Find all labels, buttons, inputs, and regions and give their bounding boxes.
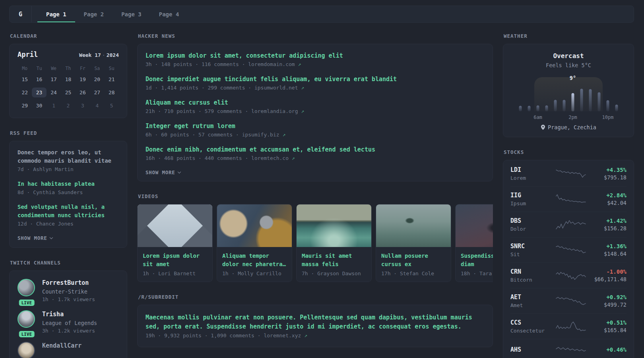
hn-item-title[interactable]: Donec enim nibh, condimentum et accumsan… [145, 145, 485, 154]
channel-game[interactable]: League of Legends [42, 319, 97, 327]
hacker-news-section: HACKER NEWS Lorem ipsum dolor sit amet, … [137, 33, 493, 181]
hn-item-title[interactable]: Donec imperdiet augue tincidunt felis al… [145, 75, 485, 84]
stock-change: +4.35% [588, 167, 627, 173]
stock-name: Lorem [510, 175, 553, 181]
sparkline [553, 218, 588, 230]
twitch-channel-row[interactable]: KendallCarr [17, 342, 119, 358]
stock-row[interactable]: AETAmet +0.92%$499.72 [510, 288, 627, 313]
video-thumbnail[interactable] [376, 204, 451, 247]
weather-condition: Overcast [511, 52, 626, 60]
hn-item: Donec enim nibh, condimentum et accumsan… [145, 145, 485, 162]
rss-section: RSS FEED Donec tempor eros leo, ut commo… [9, 130, 127, 248]
hn-item-title[interactable]: Aliquam nec cursus elit [145, 98, 485, 107]
sparkline [553, 295, 588, 307]
stock-row[interactable]: IIGIpsum +2.84%$42.04 [510, 186, 627, 212]
video-meta: 17h · Stefan Cole [381, 270, 446, 276]
video-thumbnail[interactable] [297, 204, 371, 247]
hn-show-more-button[interactable]: SHOW MORE [145, 169, 180, 175]
stock-row[interactable]: CRNBitcorn -1.00%$66,171.48 [510, 263, 627, 288]
hacker-news-widget: Lorem ipsum dolor sit amet, consectetur … [137, 44, 493, 181]
stock-row[interactable]: SNRCSit +1.36%$148.64 [510, 237, 627, 263]
external-link-icon[interactable]: ↗ [292, 155, 295, 161]
tab-page-2[interactable]: Page 2 [75, 6, 113, 22]
channel-avatar-image [17, 279, 35, 296]
tab-page-1[interactable]: Page 1 [37, 6, 75, 22]
weekday-label: Fr [76, 66, 90, 71]
video-title[interactable]: Mauris sit amet massa felis [302, 252, 366, 268]
stock-ticker: DBS [510, 217, 553, 225]
tab-page-3[interactable]: Page 3 [113, 6, 150, 22]
right-column: WEATHER Overcast Feels like 5°C [503, 33, 634, 358]
stock-row[interactable]: AHS +0.46% [510, 339, 627, 358]
current-temperature-label: 9° [570, 75, 576, 81]
stock-row[interactable]: CCSConsectetur +0.51%$165.84 [510, 313, 627, 339]
reddit-post-meta: 19h · 9,932 points · 1,090 comments · lo… [145, 331, 485, 340]
calendar-week-label: Week 17 [79, 52, 101, 58]
stock-row[interactable]: LDILorem +4.35%$795.18 [510, 161, 627, 186]
subreddit-section: /R/SUBREDDIT Maecenas mollis pulvinar er… [137, 294, 493, 347]
twitch-section: TWITCH CHANNELS LIVE ForrestBurton Count… [9, 260, 127, 358]
video-title[interactable]: Suspendisse diam [461, 252, 493, 268]
channel-game[interactable]: Counter-Strike [42, 288, 95, 296]
video-card[interactable]: Mauris sit amet massa felis 7h · Grayson… [296, 204, 372, 282]
video-thumbnail[interactable] [138, 204, 212, 247]
video-title[interactable]: Aliquam tempor dolor nec pharetra… [222, 252, 287, 268]
top-nav: G Page 1 Page 2 Page 3 Page 4 [9, 6, 634, 23]
stock-row[interactable]: DBSDolor +1.42%$156.28 [510, 212, 627, 237]
chevron-down-icon [178, 170, 181, 173]
twitch-channel-row[interactable]: LIVE ForrestBurton Counter-Strike 1h · 1… [17, 279, 119, 303]
external-link-icon[interactable]: ↗ [298, 61, 301, 67]
reddit-post-title[interactable]: Maecenas mollis pulvinar erat non posuer… [145, 313, 485, 331]
rss-item-title[interactable]: Donec tempor eros leo, ut commodo mauris… [17, 148, 119, 165]
app-logo[interactable]: G [10, 6, 32, 22]
stock-price: $165.84 [588, 327, 627, 333]
video-meta: 1h · Lori Barnett [143, 270, 207, 276]
hn-item-title[interactable]: Integer eget rutrum lorem [145, 122, 485, 130]
video-card[interactable]: Aliquam tempor dolor nec pharetra… 1h · … [217, 204, 292, 282]
video-card[interactable]: Suspendisse diam 18h · Tara [455, 204, 493, 282]
video-title[interactable]: Lorem ipsum dolor sit amet consectetu… [143, 252, 207, 268]
calendar-day: 27 [90, 88, 104, 97]
external-link-icon[interactable]: ↗ [304, 333, 307, 339]
weather-bar [545, 105, 548, 111]
show-more-label: SHOW MORE [145, 169, 175, 175]
video-card[interactable]: Nullam posuere cursus ex 17h · Stefan Co… [376, 204, 451, 282]
stock-change: +1.36% [588, 243, 627, 249]
weather-bar [580, 89, 583, 111]
twitch-channel-row[interactable]: LIVE Trisha League of Legends 3h · 1.2k … [17, 310, 119, 335]
channel-name[interactable]: Trisha [42, 310, 97, 318]
weekday-label: Tu [32, 66, 46, 71]
separator-dot: · [101, 52, 107, 58]
channel-name[interactable]: ForrestBurton [42, 279, 95, 287]
hacker-news-section-title: HACKER NEWS [138, 33, 493, 39]
external-link-icon[interactable]: ↗ [301, 108, 304, 114]
stock-change: +0.51% [588, 319, 627, 326]
stock-change: +0.46% [588, 346, 627, 353]
channel-name[interactable]: KendallCarr [42, 342, 81, 350]
page-tabs: Page 1 Page 2 Page 3 Page 4 [37, 6, 188, 22]
hn-item-title[interactable]: Lorem ipsum dolor sit amet, consectetur … [145, 51, 485, 60]
tab-page-4[interactable]: Page 4 [150, 6, 188, 22]
external-link-icon[interactable]: ↗ [301, 85, 304, 91]
video-thumbnail[interactable] [217, 204, 292, 247]
weather-bar [615, 105, 618, 111]
video-thumbnail[interactable] [456, 204, 493, 247]
stock-name: Amet [510, 302, 553, 308]
rss-item-title[interactable]: In hac habitasse platea [17, 180, 119, 188]
rss-item-title[interactable]: Sed volutpat nulla nisl, a condimentum n… [17, 203, 119, 220]
rss-show-more-button[interactable]: SHOW MORE [17, 235, 52, 241]
calendar-day: 19 [76, 74, 90, 84]
hn-item: Lorem ipsum dolor sit amet, consectetur … [145, 51, 485, 68]
video-card[interactable]: Lorem ipsum dolor sit amet consectetu… 1… [137, 204, 213, 282]
calendar-day: 22 [17, 88, 32, 97]
stock-change: +2.84% [588, 192, 627, 198]
stock-change: +1.42% [588, 218, 627, 224]
weather-section: WEATHER Overcast Feels like 5°C [503, 33, 634, 137]
weather-feels-like: Feels like 5°C [511, 62, 626, 68]
video-title[interactable]: Nullam posuere cursus ex [381, 252, 446, 268]
live-badge: LIVE [19, 331, 35, 337]
stock-price: $795.18 [588, 174, 627, 181]
external-link-icon[interactable]: ↗ [282, 132, 285, 138]
weather-widget: Overcast Feels like 5°C [503, 44, 634, 137]
sparkline [553, 244, 588, 256]
